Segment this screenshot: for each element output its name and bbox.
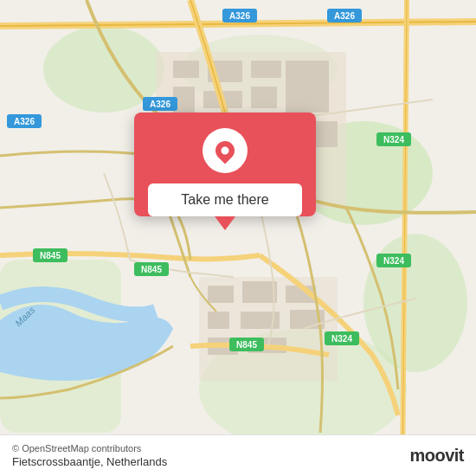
svg-text:N324: N324 [331, 334, 352, 344]
map-container: A326 A326 A326 A326 N324 N324 N324 N845 … [0, 0, 476, 476]
svg-text:N324: N324 [383, 135, 404, 145]
attribution: © OpenStreetMap contributors [12, 443, 167, 453]
take-me-there-button[interactable]: Take me there [148, 183, 302, 216]
svg-text:N845: N845 [236, 340, 257, 350]
svg-text:N845: N845 [40, 251, 61, 261]
svg-text:N845: N845 [141, 265, 162, 274]
svg-rect-20 [208, 286, 234, 303]
svg-rect-10 [251, 61, 281, 78]
moovit-logo: moovit [409, 446, 464, 466]
location-pin-icon [203, 128, 248, 173]
map-svg: A326 A326 A326 A326 N324 N324 N324 N845 … [0, 0, 476, 476]
svg-text:A326: A326 [150, 100, 170, 109]
svg-text:A326: A326 [14, 117, 35, 126]
moovit-text: moovit [409, 446, 464, 466]
svg-rect-14 [286, 61, 329, 113]
svg-rect-21 [242, 281, 277, 303]
svg-rect-13 [251, 87, 277, 108]
popup-card: Take me there [134, 113, 316, 216]
svg-text:A326: A326 [229, 11, 250, 21]
bottom-bar: © OpenStreetMap contributors Fietscrossb… [0, 434, 476, 476]
svg-rect-23 [208, 312, 229, 329]
svg-rect-8 [173, 61, 199, 78]
svg-text:N324: N324 [383, 256, 404, 266]
location-label: Fietscrossbaantje, Netherlands [12, 455, 167, 468]
pin-marker [211, 137, 238, 164]
svg-text:A326: A326 [334, 11, 355, 21]
